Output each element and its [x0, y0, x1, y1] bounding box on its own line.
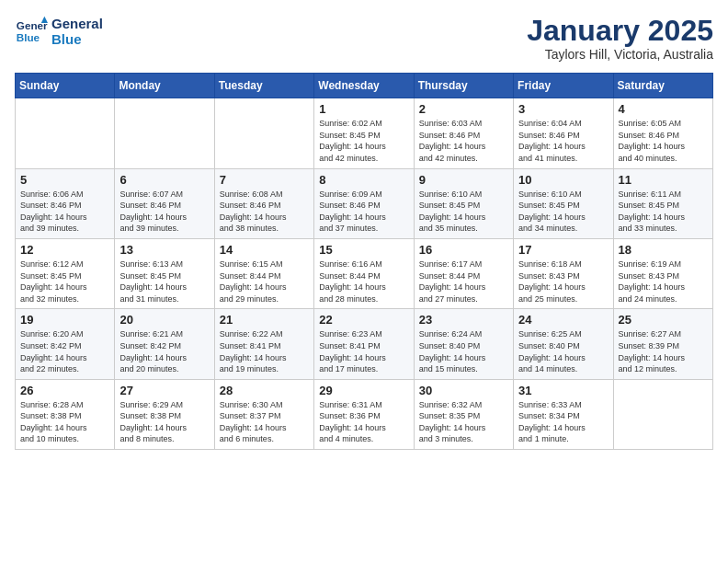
calendar-cell: 31Sunrise: 6:33 AM Sunset: 8:34 PM Dayli…	[514, 379, 613, 449]
calendar-cell: 24Sunrise: 6:25 AM Sunset: 8:40 PM Dayli…	[514, 309, 613, 379]
calendar-cell: 19Sunrise: 6:20 AM Sunset: 8:42 PM Dayli…	[16, 309, 115, 379]
calendar-cell: 12Sunrise: 6:12 AM Sunset: 8:45 PM Dayli…	[16, 238, 115, 308]
calendar-cell	[16, 98, 115, 168]
page-header: General Blue General Blue January 2025 T…	[15, 15, 713, 62]
day-number: 3	[518, 102, 608, 116]
day-number: 16	[419, 243, 508, 257]
day-info: Sunrise: 6:32 AM Sunset: 8:35 PM Dayligh…	[419, 399, 508, 445]
day-number: 4	[619, 102, 708, 116]
day-header-tuesday: Tuesday	[214, 74, 313, 98]
day-info: Sunrise: 6:06 AM Sunset: 8:46 PM Dayligh…	[20, 189, 109, 235]
day-number: 29	[319, 384, 408, 397]
day-header-sunday: Sunday	[16, 74, 115, 98]
day-number: 21	[220, 313, 309, 327]
day-info: Sunrise: 6:04 AM Sunset: 8:46 PM Dayligh…	[518, 118, 608, 164]
day-number: 11	[619, 173, 708, 187]
day-info: Sunrise: 6:24 AM Sunset: 8:40 PM Dayligh…	[419, 328, 508, 374]
day-number: 23	[419, 313, 508, 327]
logo-blue: Blue	[51, 31, 103, 47]
day-number: 9	[419, 173, 508, 187]
day-header-friday: Friday	[514, 74, 613, 98]
calendar-cell: 29Sunrise: 6:31 AM Sunset: 8:36 PM Dayli…	[314, 379, 414, 449]
svg-text:Blue: Blue	[17, 31, 40, 43]
calendar-cell: 16Sunrise: 6:17 AM Sunset: 8:44 PM Dayli…	[414, 238, 513, 308]
day-info: Sunrise: 6:27 AM Sunset: 8:39 PM Dayligh…	[619, 328, 708, 374]
day-header-saturday: Saturday	[613, 74, 712, 98]
calendar-cell: 8Sunrise: 6:09 AM Sunset: 8:46 PM Daylig…	[314, 168, 414, 238]
day-number: 15	[319, 243, 408, 257]
day-number: 28	[220, 384, 309, 397]
calendar-cell: 11Sunrise: 6:11 AM Sunset: 8:45 PM Dayli…	[613, 168, 712, 238]
day-number: 24	[518, 313, 608, 327]
day-info: Sunrise: 6:28 AM Sunset: 8:38 PM Dayligh…	[20, 399, 109, 445]
calendar-cell: 5Sunrise: 6:06 AM Sunset: 8:46 PM Daylig…	[16, 168, 115, 238]
day-number: 31	[518, 384, 608, 397]
calendar-header-row: SundayMondayTuesdayWednesdayThursdayFrid…	[16, 74, 713, 98]
day-info: Sunrise: 6:05 AM Sunset: 8:46 PM Dayligh…	[619, 118, 708, 164]
calendar-table: SundayMondayTuesdayWednesdayThursdayFrid…	[15, 73, 713, 450]
calendar-cell: 21Sunrise: 6:22 AM Sunset: 8:41 PM Dayli…	[214, 309, 313, 379]
calendar-cell: 1Sunrise: 6:02 AM Sunset: 8:45 PM Daylig…	[314, 98, 414, 168]
day-number: 25	[619, 313, 708, 327]
day-info: Sunrise: 6:12 AM Sunset: 8:45 PM Dayligh…	[20, 259, 109, 304]
day-header-thursday: Thursday	[414, 74, 513, 98]
calendar-cell: 3Sunrise: 6:04 AM Sunset: 8:46 PM Daylig…	[514, 98, 613, 168]
day-info: Sunrise: 6:10 AM Sunset: 8:45 PM Dayligh…	[518, 189, 608, 235]
day-number: 1	[319, 102, 408, 116]
logo-general: General	[51, 16, 103, 31]
calendar-week-row: 12Sunrise: 6:12 AM Sunset: 8:45 PM Dayli…	[16, 238, 713, 308]
day-info: Sunrise: 6:18 AM Sunset: 8:43 PM Dayligh…	[518, 259, 608, 304]
calendar-cell: 26Sunrise: 6:28 AM Sunset: 8:38 PM Dayli…	[16, 379, 115, 449]
calendar-cell: 13Sunrise: 6:13 AM Sunset: 8:45 PM Dayli…	[115, 238, 214, 308]
calendar-cell	[214, 98, 313, 168]
day-number: 17	[518, 243, 608, 257]
logo-icon: General Blue	[15, 15, 48, 48]
day-number: 22	[319, 313, 408, 327]
calendar-cell: 2Sunrise: 6:03 AM Sunset: 8:46 PM Daylig…	[414, 98, 513, 168]
day-number: 19	[20, 313, 109, 327]
calendar-cell: 7Sunrise: 6:08 AM Sunset: 8:46 PM Daylig…	[214, 168, 313, 238]
day-info: Sunrise: 6:07 AM Sunset: 8:46 PM Dayligh…	[119, 189, 209, 235]
day-number: 14	[220, 243, 309, 257]
day-info: Sunrise: 6:11 AM Sunset: 8:45 PM Dayligh…	[619, 189, 708, 235]
day-info: Sunrise: 6:02 AM Sunset: 8:45 PM Dayligh…	[319, 118, 408, 164]
day-number: 20	[119, 313, 209, 327]
day-info: Sunrise: 6:10 AM Sunset: 8:45 PM Dayligh…	[419, 189, 508, 235]
day-info: Sunrise: 6:23 AM Sunset: 8:41 PM Dayligh…	[319, 328, 408, 374]
day-number: 2	[419, 102, 508, 116]
day-number: 6	[119, 173, 209, 187]
day-info: Sunrise: 6:29 AM Sunset: 8:38 PM Dayligh…	[119, 399, 209, 445]
calendar-cell: 18Sunrise: 6:19 AM Sunset: 8:43 PM Dayli…	[613, 238, 712, 308]
calendar-cell	[115, 98, 214, 168]
calendar-week-row: 19Sunrise: 6:20 AM Sunset: 8:42 PM Dayli…	[16, 309, 713, 379]
day-number: 10	[518, 173, 608, 187]
calendar-cell: 10Sunrise: 6:10 AM Sunset: 8:45 PM Dayli…	[514, 168, 613, 238]
calendar-cell	[613, 379, 712, 449]
day-info: Sunrise: 6:15 AM Sunset: 8:44 PM Dayligh…	[220, 259, 309, 304]
calendar-week-row: 5Sunrise: 6:06 AM Sunset: 8:46 PM Daylig…	[16, 168, 713, 238]
day-info: Sunrise: 6:21 AM Sunset: 8:42 PM Dayligh…	[119, 328, 209, 374]
calendar-cell: 6Sunrise: 6:07 AM Sunset: 8:46 PM Daylig…	[115, 168, 214, 238]
day-number: 12	[20, 243, 109, 257]
calendar-cell: 14Sunrise: 6:15 AM Sunset: 8:44 PM Dayli…	[214, 238, 313, 308]
day-number: 27	[119, 384, 209, 397]
day-info: Sunrise: 6:17 AM Sunset: 8:44 PM Dayligh…	[419, 259, 508, 304]
day-info: Sunrise: 6:03 AM Sunset: 8:46 PM Dayligh…	[419, 118, 508, 164]
day-number: 13	[119, 243, 209, 257]
day-info: Sunrise: 6:08 AM Sunset: 8:46 PM Dayligh…	[220, 189, 309, 235]
logo: General Blue General Blue	[15, 15, 103, 48]
day-info: Sunrise: 6:22 AM Sunset: 8:41 PM Dayligh…	[220, 328, 309, 374]
day-number: 18	[619, 243, 708, 257]
calendar-cell: 17Sunrise: 6:18 AM Sunset: 8:43 PM Dayli…	[514, 238, 613, 308]
calendar-cell: 23Sunrise: 6:24 AM Sunset: 8:40 PM Dayli…	[414, 309, 513, 379]
calendar-cell: 30Sunrise: 6:32 AM Sunset: 8:35 PM Dayli…	[414, 379, 513, 449]
day-info: Sunrise: 6:19 AM Sunset: 8:43 PM Dayligh…	[619, 259, 708, 304]
day-number: 30	[419, 384, 508, 397]
day-header-monday: Monday	[115, 74, 214, 98]
calendar-cell: 20Sunrise: 6:21 AM Sunset: 8:42 PM Dayli…	[115, 309, 214, 379]
calendar-week-row: 1Sunrise: 6:02 AM Sunset: 8:45 PM Daylig…	[16, 98, 713, 168]
location-subtitle: Taylors Hill, Victoria, Australia	[527, 47, 713, 62]
calendar-week-row: 26Sunrise: 6:28 AM Sunset: 8:38 PM Dayli…	[16, 379, 713, 449]
title-block: January 2025 Taylors Hill, Victoria, Aus…	[527, 15, 713, 62]
day-header-wednesday: Wednesday	[314, 74, 414, 98]
